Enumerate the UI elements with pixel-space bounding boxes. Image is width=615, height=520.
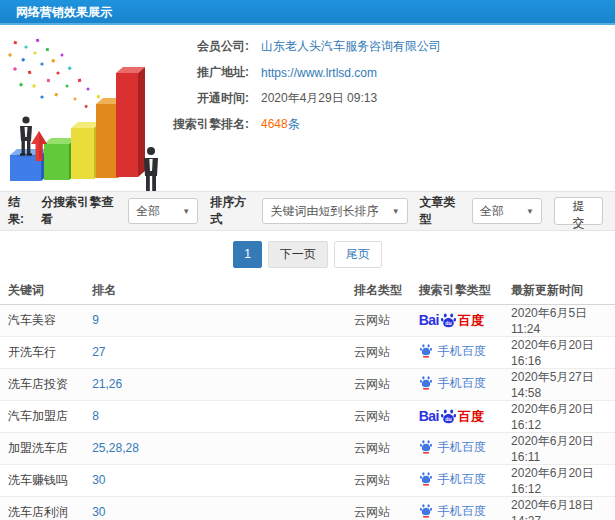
mobile-baidu-text: 手机百度 xyxy=(438,345,486,357)
keyword-cell: 汽车美容 xyxy=(0,304,84,336)
info-row-url: 推广地址: https://www.lrtlsd.com xyxy=(155,64,441,81)
column-header: 最新更新时间 xyxy=(503,278,615,304)
mobile-baidu-paw-icon xyxy=(419,503,433,518)
keyword-cell: 洗车店利润 xyxy=(0,496,84,520)
article-type-value: 全部 xyxy=(480,203,504,220)
info-rows: 会员公司: 山东老人头汽车服务咨询有限公司 推广地址: https://www.… xyxy=(155,38,441,142)
chevron-down-icon: ▼ xyxy=(518,207,534,216)
table-header-row: 关键词排名排名类型搜索引擎类型最新更新时间 xyxy=(0,278,615,304)
last-page-button[interactable]: 尾页 xyxy=(334,241,382,268)
rank-type-cell: 云网站 xyxy=(346,336,411,368)
baidu-bai-text: Bai xyxy=(419,409,439,423)
engine-filter-label: 分搜索引擎查看 xyxy=(41,194,122,228)
baidu-bai-text: Bai xyxy=(419,313,439,327)
rank-type-cell: 云网站 xyxy=(346,432,411,464)
rank-link[interactable]: 30 xyxy=(84,496,346,520)
update-time-cell: 2020年5月27日 14:58 xyxy=(503,368,615,400)
rank-link[interactable]: 8 xyxy=(84,400,346,432)
svg-text:du: du xyxy=(445,319,451,325)
baidu-du-text: 百度 xyxy=(458,410,484,423)
keyword-cell: 开洗车行 xyxy=(0,336,84,368)
decorative-bars xyxy=(10,67,145,181)
engine-filter-value: 全部 xyxy=(136,203,160,220)
rank-link[interactable]: 27 xyxy=(84,336,346,368)
keyword-cell: 加盟洗车店 xyxy=(0,432,84,464)
info-row-open-time: 开通时间: 2020年4月29日 09:13 xyxy=(155,90,441,107)
info-row-company: 会员公司: 山东老人头汽车服务咨询有限公司 xyxy=(155,38,441,55)
rank-type-cell: 云网站 xyxy=(346,496,411,520)
baidu-pc-logo: Bai du 百度 xyxy=(419,408,484,425)
search-engine-cell: 手机百度 xyxy=(411,432,503,464)
rank-unit: 条 xyxy=(288,117,300,131)
update-time-cell: 2020年6月18日 14:27 xyxy=(503,496,615,520)
mobile-baidu-logo: 手机百度 xyxy=(419,471,486,486)
rank-link[interactable]: 30 xyxy=(84,464,346,496)
table-body: 汽车美容 9 云网站 Bai du 百度 2020年6月5日 11:24 开洗车… xyxy=(0,304,615,520)
search-engine-cell: 手机百度 xyxy=(411,464,503,496)
submit-button[interactable]: 提交 xyxy=(554,197,603,225)
rank-link[interactable]: 25,28,28 xyxy=(84,432,346,464)
filter-band: 结果: 分搜索引擎查看 全部 ▼ 排序方式 关键词由短到长排序 ▼ 文章类型 全… xyxy=(0,191,615,231)
table-row: 汽车美容 9 云网站 Bai du 百度 2020年6月5日 11:24 xyxy=(0,304,615,336)
mobile-baidu-logo: 手机百度 xyxy=(419,375,486,390)
open-time-label: 开通时间: xyxy=(155,90,249,107)
update-time-cell: 2020年6月20日 16:16 xyxy=(503,336,615,368)
search-engine-cell: 手机百度 xyxy=(411,368,503,400)
engine-filter-select[interactable]: 全部 ▼ xyxy=(128,198,198,224)
engine-rank-label: 搜索引擎排名: xyxy=(155,116,249,133)
mobile-baidu-logo: 手机百度 xyxy=(419,343,486,358)
column-header: 排名类型 xyxy=(346,278,411,304)
baidu-paw-icon: du xyxy=(440,408,457,425)
page: 网络营销效果展示 xyxy=(0,0,615,520)
update-time-cell: 2020年6月20日 16:12 xyxy=(503,464,615,496)
page-title: 网络营销效果展示 xyxy=(0,0,615,25)
search-engine-cell: Bai du 百度 xyxy=(411,304,503,336)
baidu-pc-logo: Bai du 百度 xyxy=(419,312,484,329)
mobile-baidu-paw-icon xyxy=(419,375,433,390)
table-row: 洗车店利润 30 云网站 手机百度 2020年6月18日 14:27 xyxy=(0,496,615,520)
svg-text:du: du xyxy=(445,415,451,421)
company-label: 会员公司: xyxy=(155,38,249,55)
table-row: 开洗车行 27 云网站 手机百度 2020年6月20日 16:16 xyxy=(0,336,615,368)
mobile-baidu-paw-icon xyxy=(419,471,433,486)
table-row: 洗车赚钱吗 30 云网站 手机百度 2020年6月20日 16:12 xyxy=(0,464,615,496)
rank-type-cell: 云网站 xyxy=(346,400,411,432)
promotion-url-link[interactable]: https://www.lrtlsd.com xyxy=(261,66,377,80)
sort-select[interactable]: 关键词由短到长排序 ▼ xyxy=(262,198,407,224)
column-header: 搜索引擎类型 xyxy=(411,278,503,304)
rank-type-cell: 云网站 xyxy=(346,304,411,336)
table-row: 汽车加盟店 8 云网站 Bai du 百度 2020年6月20日 16:12 xyxy=(0,400,615,432)
promotion-url-label: 推广地址: xyxy=(155,64,249,81)
info-row-rank: 搜索引擎排名: 4648条 xyxy=(155,116,441,133)
rank-link[interactable]: 9 xyxy=(84,304,346,336)
article-type-label: 文章类型 xyxy=(420,194,466,228)
keyword-cell: 洗车店投资 xyxy=(0,368,84,400)
info-section: 会员公司: 山东老人头汽车服务咨询有限公司 推广地址: https://www.… xyxy=(0,25,615,191)
table-row: 加盟洗车店 25,28,28 云网站 手机百度 2020年6月20日 16:11 xyxy=(0,432,615,464)
engine-rank-value: 4648条 xyxy=(261,116,300,133)
chevron-down-icon: ▼ xyxy=(174,207,190,216)
company-link[interactable]: 山东老人头汽车服务咨询有限公司 xyxy=(261,38,441,55)
mobile-baidu-text: 手机百度 xyxy=(438,473,486,485)
results-table: 关键词排名排名类型搜索引擎类型最新更新时间 汽车美容 9 云网站 Bai du … xyxy=(0,278,615,520)
update-time-cell: 2020年6月20日 16:11 xyxy=(503,432,615,464)
rank-type-cell: 云网站 xyxy=(346,464,411,496)
chevron-down-icon: ▼ xyxy=(384,207,400,216)
table-row: 洗车店投资 21,26 云网站 手机百度 2020年5月27日 14:58 xyxy=(0,368,615,400)
next-page-button[interactable]: 下一页 xyxy=(268,241,328,268)
search-engine-cell: Bai du 百度 xyxy=(411,400,503,432)
column-header: 关键词 xyxy=(0,278,84,304)
sort-value: 关键词由短到长排序 xyxy=(270,203,378,220)
keyword-cell: 洗车赚钱吗 xyxy=(0,464,84,496)
mobile-baidu-text: 手机百度 xyxy=(438,505,486,517)
search-engine-cell: 手机百度 xyxy=(411,336,503,368)
keyword-cell: 汽车加盟店 xyxy=(0,400,84,432)
decorative-chart-image xyxy=(0,31,180,191)
article-type-select[interactable]: 全部 ▼ xyxy=(472,198,542,224)
pagination: 1 下一页 尾页 xyxy=(0,231,615,278)
open-time-value: 2020年4月29日 09:13 xyxy=(261,90,377,107)
baidu-du-text: 百度 xyxy=(458,314,484,327)
rank-link[interactable]: 21,26 xyxy=(84,368,346,400)
page-number-current[interactable]: 1 xyxy=(233,241,262,268)
mobile-baidu-text: 手机百度 xyxy=(438,377,486,389)
